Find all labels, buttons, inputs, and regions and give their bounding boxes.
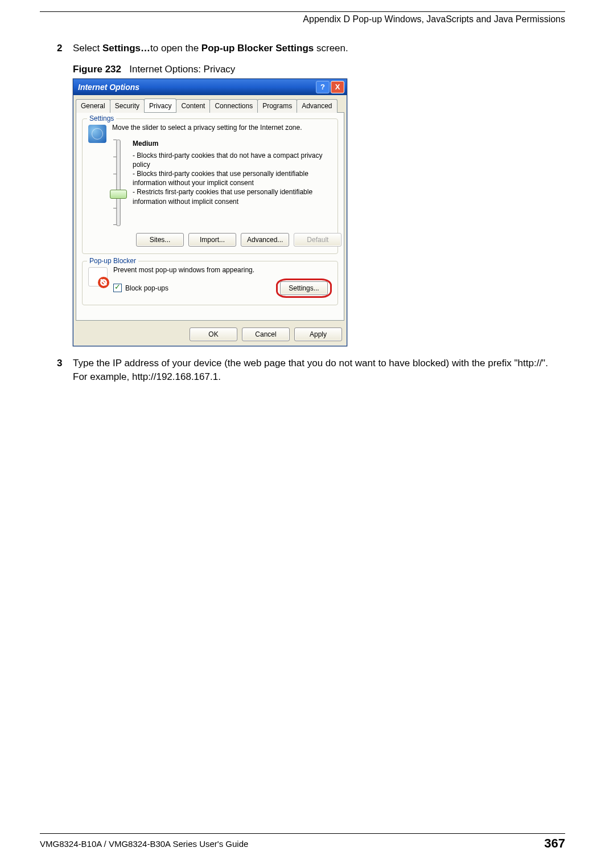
globe-icon [88,125,106,143]
step-2-text-3: screen. [314,43,348,54]
header-appendix-title: Appendix D Pop-up Windows, JavaScripts a… [40,14,565,24]
internet-options-dialog: Internet Options ? X General Security Pr… [73,79,347,346]
checkmark-icon: ✓ [114,283,121,290]
figure-caption: Figure 232 Internet Options: Privacy [73,64,565,75]
step-2-text-2: to open the [150,43,201,54]
page-footer: VMG8324-B10A / VMG8324-B30A Series User'… [40,833,565,851]
step-3: 3 Type the IP address of your device (th… [57,357,565,384]
footer-rule [40,833,565,834]
privacy-bullets: - Blocks third-party cookies that do not… [133,151,341,206]
privacy-slider[interactable] [112,140,125,225]
block-popups-checkbox[interactable]: ✓ Block pop-ups [113,284,168,292]
tab-general[interactable]: General [76,99,110,113]
apply-button[interactable]: Apply [294,327,342,341]
tab-content-label: Content [181,102,205,110]
tab-programs[interactable]: Programs [257,99,297,113]
tab-security[interactable]: Security [110,99,145,113]
privacy-level: Medium [133,140,341,148]
tab-privacy[interactable]: Privacy [144,99,176,112]
step-3-number: 3 [57,357,73,371]
settings-legend: Settings [87,114,116,122]
popup-settings-button[interactable]: Settings... [280,281,328,295]
tab-advanced-label: Advanced [302,102,332,110]
default-button: Default [294,233,341,247]
figure-number: Figure 232 [73,64,121,75]
step-3-body: Type the IP address of your device (the … [73,357,565,384]
tab-general-label: General [81,102,105,110]
tab-content[interactable]: Content [176,99,210,113]
privacy-bullet-1: - Blocks third-party cookies that do not… [133,151,341,169]
privacy-tab-panel: Settings Move the slider to select a pri… [76,112,344,321]
slider-thumb[interactable] [110,190,127,199]
settings-description: Move the slider to select a privacy sett… [112,124,341,132]
ok-label: OK [208,330,218,338]
tab-programs-label: Programs [262,102,292,110]
tab-privacy-label: Privacy [149,102,171,110]
advanced-button[interactable]: Advanced... [241,233,289,247]
ok-button[interactable]: OK [190,327,237,341]
footer-page-number: 367 [544,836,565,851]
tab-connections-label: Connections [215,102,253,110]
tab-advanced[interactable]: Advanced [297,99,337,113]
close-button[interactable]: X [331,81,344,93]
step-2-bold-1: Settings… [102,43,150,54]
step-2: 2 Select Settings…to open the Pop-up Blo… [57,42,565,56]
step-2-bold-2: Pop-up Blocker Settings [201,43,314,54]
apply-label: Apply [310,330,327,338]
import-button[interactable]: Import... [188,233,236,247]
footer-guide-title: VMG8324-B10A / VMG8324-B30A Series User'… [40,839,248,849]
header-rule [40,11,565,12]
cancel-label: Cancel [255,330,276,338]
close-icon: X [335,83,340,91]
privacy-bullet-3: - Restricts first-party cookies that use… [133,187,341,206]
figure-title: Internet Options: Privacy [129,64,235,75]
sites-label: Sites... [150,236,171,244]
cancel-button[interactable]: Cancel [242,327,290,341]
default-label: Default [307,236,328,244]
settings-group: Settings Move the slider to select a pri… [82,118,338,254]
dialog-title: Internet Options [78,83,139,92]
popup-settings-label: Settings... [289,284,319,292]
help-icon: ? [320,83,325,91]
tabstrip: General Security Privacy Content Connect… [73,95,347,112]
popup-blocker-group: Pop-up Blocker Prevent most pop-up windo… [82,261,338,305]
step-2-number: 2 [57,42,73,56]
slider-track [116,140,121,226]
sites-button[interactable]: Sites... [136,233,184,247]
popup-legend: Pop-up Blocker [87,257,138,265]
block-popups-label: Block pop-ups [125,284,168,292]
popup-blocker-icon [88,267,108,286]
step-2-body: Select Settings…to open the Pop-up Block… [73,42,565,56]
checkbox-box: ✓ [113,284,122,292]
dialog-button-row: OK Cancel Apply [73,324,347,346]
settings-button-highlight: Settings... [276,279,332,298]
tab-security-label: Security [115,102,139,110]
popup-description: Prevent most pop-up windows from appeari… [113,266,332,274]
help-button[interactable]: ? [316,81,330,93]
import-label: Import... [200,236,225,244]
tab-connections[interactable]: Connections [209,99,258,113]
advanced-label: Advanced... [247,236,283,244]
privacy-bullet-2: - Blocks third-party cookies that use pe… [133,169,341,187]
step-2-text-1: Select [73,43,102,54]
dialog-titlebar[interactable]: Internet Options ? X [73,79,347,95]
